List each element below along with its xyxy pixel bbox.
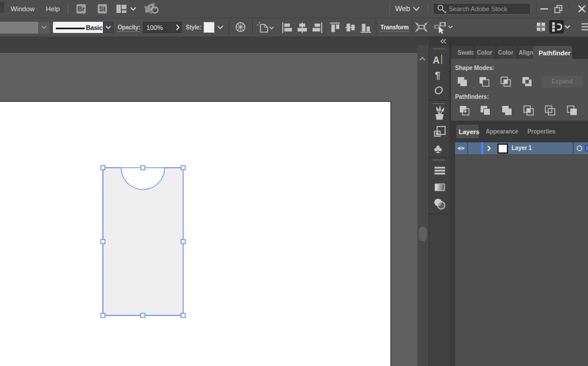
svg-text:♣: ♣ [434,142,442,155]
svg-text:¶: ¶ [435,70,440,81]
svg-text:O: O [435,84,443,97]
svg-text:A: A [433,55,440,65]
